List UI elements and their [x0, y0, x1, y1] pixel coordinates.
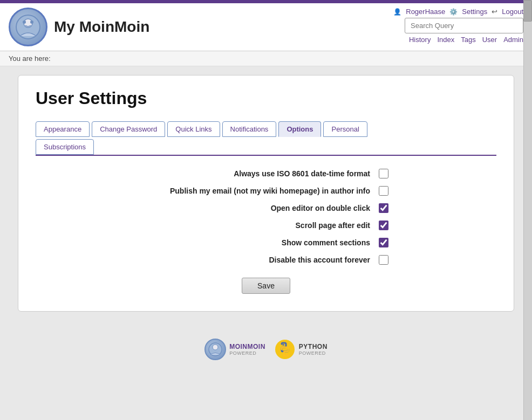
moinmoin-label: MoinMoin POWERED [229, 343, 265, 356]
svg-point-2 [23, 20, 26, 24]
settings-link[interactable]: Settings [462, 8, 487, 16]
header-right: RogerHaase Settings ↩ Logout History Ind… [393, 8, 523, 44]
form-row-scroll-page: Scroll page after edit [36, 221, 496, 230]
scrollbar[interactable] [523, 0, 532, 420]
user-icon [393, 8, 401, 16]
python-label: python powered [299, 343, 328, 356]
svg-point-7 [282, 344, 284, 346]
nav-history[interactable]: History [409, 36, 431, 44]
nav-index[interactable]: Index [437, 36, 454, 44]
form-row-publish-email: Publish my email (not my wiki homepage) … [36, 186, 496, 196]
checkbox-iso-datetime[interactable] [379, 169, 388, 178]
python-text: python [299, 343, 328, 350]
tab-notifications[interactable]: Notifications [222, 121, 277, 137]
form-row-iso-datetime: Always use ISO 8601 date-time format [36, 169, 496, 178]
label-scroll-page: Scroll page after edit [144, 221, 370, 230]
nav-links: History Index Tags User Admin [409, 36, 523, 44]
tabs-row-1: Appearance Change Password Quick Links N… [36, 121, 496, 137]
tab-subscriptions[interactable]: Subscriptions [36, 139, 94, 155]
breadcrumb: You are here: [0, 51, 532, 66]
settings-card: User Settings Appearance Change Password… [18, 75, 514, 312]
nav-tags[interactable]: Tags [461, 36, 475, 44]
logout-link[interactable]: Logout [502, 8, 523, 16]
python-sub-text: powered [299, 350, 328, 356]
label-iso-datetime: Always use ISO 8601 date-time format [144, 169, 370, 178]
tab-appearance[interactable]: Appearance [36, 121, 90, 137]
tab-options[interactable]: Options [278, 121, 321, 137]
nav-user[interactable]: User [482, 36, 497, 44]
footer: MoinMoin POWERED python powered [0, 331, 532, 368]
nav-admin[interactable]: Admin [503, 36, 523, 44]
save-button[interactable]: Save [242, 278, 290, 294]
page-title: User Settings [36, 88, 496, 108]
form-row-show-comments: Show comment sections [36, 238, 496, 247]
main-content: User Settings Appearance Change Password… [0, 66, 532, 320]
checkbox-show-comments[interactable] [379, 238, 388, 247]
python-footer-logo: python powered [274, 339, 328, 360]
tab-divider [36, 155, 496, 156]
python-icon [274, 339, 296, 360]
moinmoin-small-icon [204, 339, 226, 360]
settings-icon [449, 8, 458, 16]
form-row-open-editor: Open editor on double click [36, 203, 496, 213]
site-title: My MoinMoin [54, 18, 149, 36]
svg-point-8 [285, 353, 287, 355]
moinmoin-text: MoinMoin [229, 343, 265, 350]
scroll-thumb[interactable] [523, 0, 532, 22]
search-input[interactable] [405, 18, 523, 33]
checkbox-open-editor[interactable] [379, 203, 388, 213]
label-open-editor: Open editor on double click [144, 204, 370, 212]
checkbox-scroll-page[interactable] [379, 221, 388, 230]
header: My MoinMoin RogerHaase Settings ↩ Logout… [0, 3, 532, 51]
tab-change-password[interactable]: Change Password [92, 121, 165, 137]
svg-point-3 [30, 20, 33, 24]
form-row-disable-account: Disable this account forever [36, 255, 496, 265]
user-actions: RogerHaase Settings ↩ Logout [393, 8, 523, 16]
moinmoin-sub-text: POWERED [229, 350, 265, 356]
tab-personal[interactable]: Personal [323, 121, 367, 137]
label-disable-account: Disable this account forever [144, 256, 370, 264]
logout-arrow-icon: ↩ [492, 8, 497, 16]
tab-quick-links[interactable]: Quick Links [167, 121, 220, 137]
save-row: Save [36, 278, 496, 294]
checkbox-publish-email[interactable] [379, 186, 388, 196]
moinmoin-footer-logo: MoinMoin POWERED [204, 339, 265, 360]
logo-area: My MoinMoin [9, 8, 149, 46]
checkbox-disable-account[interactable] [379, 255, 388, 265]
svg-point-5 [213, 345, 218, 350]
options-form: Always use ISO 8601 date-time format Pub… [36, 169, 496, 294]
username-link[interactable]: RogerHaase [406, 8, 445, 16]
label-publish-email: Publish my email (not my wiki homepage) … [144, 187, 370, 195]
label-show-comments: Show comment sections [144, 238, 370, 247]
tabs-row-2: Subscriptions [36, 139, 496, 155]
site-logo [9, 8, 47, 46]
breadcrumb-text: You are here: [9, 54, 51, 63]
